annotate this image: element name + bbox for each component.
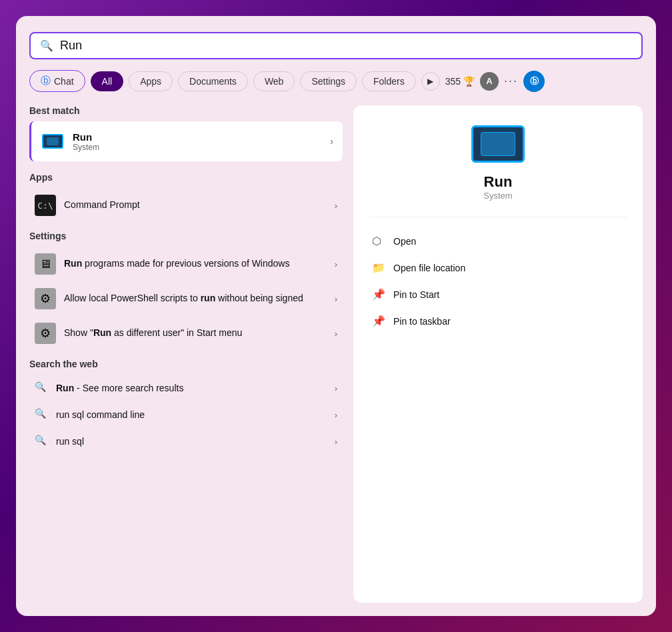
action-pin-start[interactable]: 📌 Pin to Start: [369, 281, 627, 308]
tab-web-label: Web: [265, 76, 284, 87]
web-item-3-chevron: ›: [335, 437, 337, 447]
tab-documents[interactable]: Documents: [178, 71, 248, 91]
tab-apps-label: Apps: [140, 76, 161, 87]
settings-icon-3: ⚙: [35, 323, 56, 344]
list-item[interactable]: ⚙ Show "Run as different user" in Start …: [29, 316, 343, 351]
web-section-title: Search the web: [29, 359, 343, 369]
settings-icon-2: ⚙: [35, 288, 56, 309]
folder-icon: 📁: [372, 261, 385, 275]
tab-web[interactable]: Web: [253, 71, 295, 91]
divider: [369, 217, 627, 217]
bing-chat-icon: ⓑ: [41, 75, 51, 87]
list-item[interactable]: 🔍 run sql command line ›: [29, 401, 343, 428]
list-item[interactable]: 🔍 run sql ›: [29, 428, 343, 455]
tab-chat[interactable]: ⓑ Chat: [29, 70, 85, 92]
list-item[interactable]: 🔍 Run - See more search results ›: [29, 375, 343, 401]
detail-app-name: Run: [484, 173, 513, 191]
web-item-1-label: Run - See more search results: [56, 383, 183, 393]
search-icon: 🔍: [40, 39, 53, 52]
best-match-name: Run: [73, 131, 99, 143]
settings-item-2-label: Allow local PowerShell scripts to run wi…: [64, 292, 327, 305]
detail-app-type: System: [483, 191, 512, 201]
tab-settings-label: Settings: [311, 76, 345, 87]
list-item[interactable]: C:\ Command Prompt ›: [29, 188, 343, 223]
tab-folders-label: Folders: [373, 76, 405, 87]
run-app-icon-small: [41, 129, 65, 153]
tab-all-label: All: [102, 76, 113, 87]
left-panel: Best match Run System › Apps C:\ Command…: [29, 105, 343, 603]
action-pin-taskbar-label: Pin to taskbar: [393, 316, 451, 327]
list-item[interactable]: 🖥 Run programs made for previous version…: [29, 247, 343, 281]
search-bar[interactable]: 🔍: [29, 32, 643, 59]
search-web-icon-3: 🔍: [35, 435, 48, 448]
tab-chat-label: Chat: [54, 76, 74, 87]
apps-section-title: Apps: [29, 172, 343, 183]
settings-item-2-chevron: ›: [335, 294, 337, 304]
search-web-icon-2: 🔍: [35, 408, 48, 421]
settings-item-1-label: Run programs made for previous versions …: [64, 257, 327, 271]
avatar-letter: A: [486, 76, 492, 86]
user-avatar[interactable]: A: [480, 72, 499, 91]
web-item-2-label: run sql command line: [56, 409, 145, 420]
web-item-3-label: run sql: [56, 436, 84, 447]
score-display: 355 🏆: [445, 76, 475, 87]
settings-item-1-chevron: ›: [335, 259, 337, 269]
bing-icon[interactable]: ⓑ: [523, 71, 545, 92]
best-match-type: System: [73, 143, 99, 152]
best-match-chevron: ›: [330, 136, 333, 147]
settings-item-3-label: Show "Run as different user" in Start me…: [64, 327, 327, 340]
search-web-icon-1: 🔍: [35, 381, 48, 395]
more-options-button[interactable]: ···: [504, 74, 518, 88]
web-item-2-chevron: ›: [335, 410, 337, 420]
command-prompt-label: Command Prompt: [64, 199, 327, 212]
run-app-icon-large: [471, 125, 525, 163]
tab-apps[interactable]: Apps: [129, 71, 173, 91]
tab-folders[interactable]: Folders: [362, 71, 416, 91]
search-panel: 🔍 ⓑ Chat All Apps Documents Web Settings…: [16, 16, 656, 616]
run-icon-inner: [481, 132, 515, 156]
pin-taskbar-icon: 📌: [372, 315, 385, 328]
best-match-text: Run System: [73, 131, 99, 152]
action-open-label: Open: [393, 236, 416, 247]
open-icon: ⬡: [372, 235, 385, 248]
settings-item-3-chevron: ›: [335, 329, 337, 339]
action-pin-start-label: Pin to Start: [393, 289, 439, 300]
right-panel: Run System ⬡ Open 📁 Open file location 📌…: [353, 105, 643, 603]
best-match-title: Best match: [29, 105, 343, 116]
action-open-location-label: Open file location: [393, 263, 465, 273]
trophy-icon: 🏆: [463, 76, 475, 87]
list-item[interactable]: ⚙ Allow local PowerShell scripts to run …: [29, 281, 343, 316]
web-item-1-chevron: ›: [335, 383, 337, 393]
main-content: Best match Run System › Apps C:\ Command…: [29, 105, 643, 603]
command-prompt-icon: C:\: [35, 195, 56, 216]
settings-section-title: Settings: [29, 231, 343, 241]
tab-documents-label: Documents: [189, 76, 237, 87]
bing-logo: ⓑ: [530, 75, 539, 87]
pin-start-icon: 📌: [372, 288, 385, 301]
filter-tabs: ⓑ Chat All Apps Documents Web Settings F…: [29, 70, 643, 92]
tab-all[interactable]: All: [91, 71, 124, 91]
action-open-location[interactable]: 📁 Open file location: [369, 255, 627, 281]
command-prompt-chevron: ›: [335, 201, 337, 211]
best-match-item[interactable]: Run System ›: [29, 121, 343, 161]
search-input[interactable]: [60, 39, 632, 53]
action-pin-taskbar[interactable]: 📌 Pin to taskbar: [369, 308, 627, 335]
settings-icon-1: 🖥: [35, 253, 56, 275]
action-open[interactable]: ⬡ Open: [369, 228, 627, 255]
score-value: 355: [445, 76, 461, 87]
tab-more-button[interactable]: ▶: [421, 72, 440, 91]
tab-settings[interactable]: Settings: [300, 71, 357, 91]
